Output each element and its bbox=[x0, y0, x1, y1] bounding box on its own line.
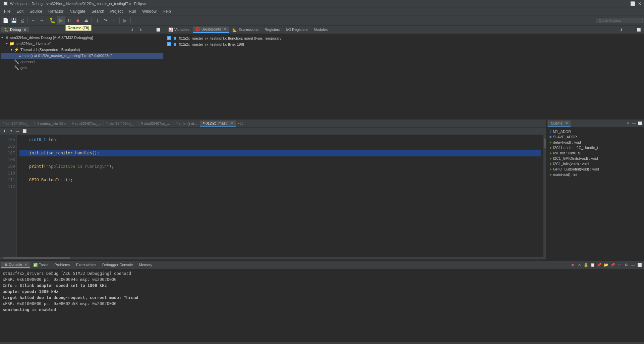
tab-close-6[interactable]: ✕ bbox=[231, 121, 233, 125]
editor-tab-2[interactable]: h stm32f407xx_... bbox=[69, 121, 104, 126]
print-button[interactable]: 🖨 bbox=[18, 16, 26, 24]
stop-button[interactable]: ■ bbox=[74, 16, 82, 24]
prev-edit-button[interactable]: ← bbox=[29, 16, 37, 24]
debug-tree-item[interactable]: 🔧 gdb bbox=[1, 65, 163, 71]
var-panel-btn-3[interactable]: ⬜ bbox=[635, 26, 643, 34]
outline-tab[interactable]: Outline ✕ bbox=[548, 120, 571, 127]
console-min-btn[interactable]: — bbox=[630, 262, 636, 268]
outline-btn3[interactable]: ⬜ bbox=[637, 121, 643, 126]
outline-item-1[interactable]: # SLAVE_ADDR bbox=[548, 134, 643, 140]
console-stop-btn[interactable]: ■ bbox=[570, 262, 576, 268]
menu-window[interactable]: Window bbox=[139, 8, 159, 14]
tab-problems[interactable]: Problems bbox=[52, 262, 72, 267]
outline-close[interactable]: ✕ bbox=[565, 121, 568, 125]
console-scroll-lock-btn[interactable]: 🔒 bbox=[583, 262, 589, 268]
breakpoint-item[interactable]: ✓ ⏸ 012i2c_master_rx_testingIT.c [line: … bbox=[166, 41, 643, 47]
disconnect-button[interactable]: ⏏ bbox=[82, 16, 90, 24]
tab-registers[interactable]: Registers bbox=[262, 27, 283, 32]
run-button[interactable]: ▶ bbox=[121, 16, 129, 24]
outline-item-7[interactable]: ● GPIO_ButtonInit(void) : void bbox=[548, 166, 643, 172]
debug-tab[interactable]: 🐛 Debug ✕ bbox=[1, 27, 29, 32]
debug-button[interactable]: 🐛 bbox=[49, 16, 57, 24]
next-edit-button[interactable]: → bbox=[38, 16, 46, 24]
menu-file[interactable]: File bbox=[1, 8, 13, 14]
console-settings-btn[interactable]: ⚙ bbox=[623, 262, 629, 268]
resume-button[interactable]: ▶ bbox=[57, 16, 65, 24]
suspend-button[interactable]: ⏸ bbox=[65, 16, 73, 24]
editor-horiz-scroll[interactable] bbox=[0, 257, 546, 259]
menu-source[interactable]: Source bbox=[27, 8, 45, 14]
editor-tab-5[interactable]: h strlen() at... bbox=[173, 121, 200, 126]
tab-debugger-console[interactable]: Debugger Console bbox=[100, 262, 136, 267]
tab-tasks[interactable]: ✅ Tasks bbox=[31, 262, 51, 268]
menu-search[interactable]: Search bbox=[89, 8, 107, 14]
menu-run[interactable]: Run bbox=[126, 8, 139, 14]
tab-console[interactable]: 🖥 Console ✕ bbox=[1, 262, 30, 268]
console-pin-btn[interactable]: 📌 bbox=[610, 262, 616, 268]
tab-modules[interactable]: Modules bbox=[311, 27, 331, 32]
minimize-button[interactable]: — bbox=[624, 1, 628, 6]
tab-executables[interactable]: Executables bbox=[73, 262, 99, 267]
editor-scrollbar[interactable] bbox=[543, 135, 546, 257]
bp-checkbox-0[interactable]: ✓ bbox=[167, 36, 171, 40]
tab-variables[interactable]: 📊 Variables bbox=[166, 27, 192, 33]
debug-panel-btn-2[interactable]: ⬆ bbox=[137, 26, 145, 34]
console-horiz-scroll[interactable] bbox=[0, 341, 644, 344]
editor-toolbar-btn4[interactable]: ⬜ bbox=[21, 128, 27, 134]
outline-item-8[interactable]: ● main(void) : int bbox=[548, 172, 643, 177]
quick-access-input[interactable] bbox=[596, 18, 643, 23]
outline-item-3[interactable]: ● I2C1Handle : I2C_Handle_t bbox=[548, 145, 643, 150]
var-panel-btn-1[interactable]: ⬇ bbox=[617, 26, 625, 34]
step-over-button[interactable]: ↷ bbox=[102, 16, 110, 24]
editor-toolbar-btn3[interactable]: — bbox=[15, 128, 21, 134]
outline-item-4[interactable]: ● rcv_buf : uint8_t[] bbox=[548, 150, 643, 156]
console-word-wrap-btn[interactable]: ↩ bbox=[617, 262, 623, 268]
step-into-button[interactable]: ⤵ bbox=[93, 16, 101, 24]
tab-expressions[interactable]: 📐 Expressions bbox=[230, 27, 261, 33]
editor-tab-0[interactable]: h stm32f407xx_... bbox=[0, 121, 35, 126]
console-open-btn[interactable]: 📂 bbox=[603, 262, 609, 268]
code-area[interactable]: uint8_t len; initialise_monitor_handles(… bbox=[17, 135, 543, 257]
menu-navigate[interactable]: Navigate bbox=[67, 8, 88, 14]
save-button[interactable]: 💾 bbox=[10, 16, 18, 24]
menu-edit[interactable]: Edit bbox=[14, 8, 26, 14]
var-panel-btn-2[interactable]: — bbox=[626, 26, 634, 34]
breakpoint-item[interactable]: ✓ ⏸ 012i2c_master_rx_testingIT.c [functi… bbox=[166, 35, 643, 41]
tab-breakpoints[interactable]: ⭕ Breakpoints ✕ bbox=[193, 27, 229, 33]
debug-tree-item[interactable]: ≡ main() at 012i2c_master_rx_testingIT.c… bbox=[1, 53, 163, 59]
debug-tree-item[interactable]: ▼ ⚡ Thread #1 (Suspended : Breakpoint) bbox=[1, 47, 163, 53]
step-return-button[interactable]: ↑ bbox=[110, 16, 118, 24]
close-button[interactable]: ✕ bbox=[638, 1, 641, 6]
new-button[interactable]: 📄 bbox=[1, 16, 9, 24]
tab-io-registers[interactable]: I/O Registers bbox=[284, 27, 310, 32]
editor-tab-4[interactable]: h stm32f407xx_... bbox=[138, 121, 173, 126]
outline-item-6[interactable]: ● I2C1_Inits(void) : void bbox=[548, 161, 643, 166]
debug-panel-btn-3[interactable]: — bbox=[145, 26, 154, 34]
debug-tree-item[interactable]: ▼ 🖥 stm32f4xx_drivers Debug [Ac6 STM32 D… bbox=[1, 35, 163, 41]
editor-tab-3[interactable]: h stm32f407xx_... bbox=[104, 121, 138, 126]
outline-btn1[interactable]: ⬇ bbox=[625, 121, 631, 126]
debug-tab-close[interactable]: ✕ bbox=[23, 28, 26, 32]
outline-item-2[interactable]: ● delay(void) : void bbox=[548, 140, 643, 145]
tab-memory[interactable]: Memory bbox=[136, 262, 155, 267]
debug-tree-item[interactable]: 🔧 openocd bbox=[1, 59, 163, 65]
editor-toolbar-btn2[interactable]: ⬆ bbox=[8, 128, 14, 134]
console-max-btn[interactable]: ⬜ bbox=[637, 262, 643, 268]
debug-panel-btn-1[interactable]: ⬇ bbox=[128, 26, 136, 34]
outline-item-0[interactable]: # MY_ADDR bbox=[548, 129, 643, 134]
debug-tree-item[interactable]: ▼ 📁 stm32f4xx_drivers.elf bbox=[1, 41, 163, 47]
editor-toolbar-btn1[interactable]: ⬇ bbox=[1, 128, 7, 134]
console-paste-btn[interactable]: 📌 bbox=[596, 262, 602, 268]
editor-tab-6[interactable]: c 012i2c_mast...✕ bbox=[200, 120, 236, 127]
editor-tab-1[interactable]: s startup_stm32.s bbox=[35, 121, 69, 126]
menu-help[interactable]: Help bbox=[160, 8, 174, 14]
outline-btn2[interactable]: — bbox=[631, 121, 637, 126]
console-close[interactable]: ✕ bbox=[24, 263, 27, 266]
menu-project[interactable]: Project bbox=[108, 8, 125, 14]
more-tabs-button[interactable]: ▸17 bbox=[236, 120, 245, 126]
maximize-button[interactable]: ⬜ bbox=[630, 1, 635, 6]
debug-panel-btn-4[interactable]: ⬜ bbox=[154, 26, 162, 34]
breakpoints-close[interactable]: ✕ bbox=[224, 28, 226, 31]
outline-item-5[interactable]: ● I2C1_GPIOInits(void) : void bbox=[548, 156, 643, 161]
console-copy-btn[interactable]: 📋 bbox=[590, 262, 596, 268]
